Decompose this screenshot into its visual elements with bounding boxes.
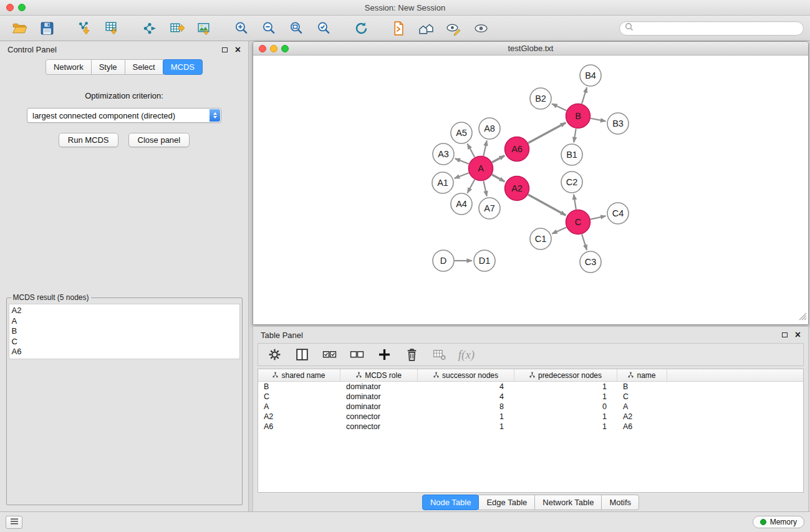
- table-cell[interactable]: 8: [418, 402, 514, 412]
- table-row[interactable]: A2connector11A2: [258, 412, 803, 422]
- graph-node-A3[interactable]: A3: [433, 143, 454, 165]
- graph-edge-A-A8[interactable]: [483, 141, 486, 156]
- document-network-icon[interactable]: [389, 19, 408, 37]
- graph-edge-B-B4[interactable]: [582, 87, 587, 104]
- table-cell[interactable]: 4: [418, 382, 514, 392]
- graph-node-A8[interactable]: A8: [479, 118, 500, 139]
- graph-node-C3[interactable]: C3: [580, 251, 601, 273]
- table-cell[interactable]: C: [258, 392, 340, 402]
- graph-edge-B-B2[interactable]: [552, 104, 566, 110]
- export-table-icon[interactable]: [167, 19, 186, 37]
- close-panel-button[interactable]: Close panel: [128, 133, 190, 147]
- mcds-result-item[interactable]: B: [12, 326, 237, 337]
- float-panel-icon[interactable]: [222, 47, 228, 52]
- mcds-result-list[interactable]: A2ABCA6: [9, 304, 240, 359]
- graph-node-B1[interactable]: B1: [561, 144, 582, 165]
- floppy-disk-icon[interactable]: [37, 19, 56, 37]
- table-cell[interactable]: A: [617, 402, 667, 412]
- import-table-icon[interactable]: [102, 19, 121, 37]
- mcds-result-item[interactable]: C: [12, 337, 237, 347]
- tab-motifs[interactable]: Motifs: [601, 495, 639, 510]
- network-canvas[interactable]: B4B2BB3A5A8A6B1A3AC2A1A2A4A7C4CC1C3DD1: [253, 56, 808, 324]
- table-cell[interactable]: connector: [340, 412, 418, 422]
- search-input[interactable]: [637, 24, 798, 32]
- mcds-result-item[interactable]: A6: [12, 347, 237, 357]
- columns-icon[interactable]: [293, 346, 311, 364]
- column-header-name[interactable]: name: [617, 369, 667, 382]
- graph-edge-A-A3[interactable]: [455, 158, 469, 164]
- graph-node-D[interactable]: D: [433, 250, 454, 271]
- export-image-icon[interactable]: [195, 19, 213, 37]
- table-cell[interactable]: 1: [514, 382, 617, 392]
- table-row[interactable]: Cdominator41C: [258, 392, 803, 402]
- refresh-icon[interactable]: [352, 19, 370, 37]
- graph-edge-B-B1[interactable]: [574, 128, 576, 142]
- graph-node-C4[interactable]: C4: [607, 203, 629, 224]
- table-cell[interactable]: A2: [258, 412, 340, 422]
- table-cell[interactable]: A2: [617, 412, 667, 422]
- graph-node-A7[interactable]: A7: [479, 198, 500, 219]
- zoom-in-icon[interactable]: [232, 19, 251, 37]
- table-cell[interactable]: 1: [514, 422, 617, 432]
- table-cell[interactable]: 1: [418, 412, 514, 422]
- graph-edge-C-C2[interactable]: [574, 195, 576, 210]
- tab-network-table[interactable]: Network Table: [534, 495, 602, 510]
- graph-node-A1[interactable]: A1: [432, 172, 453, 193]
- graph-node-D1[interactable]: D1: [474, 250, 495, 271]
- graph-node-B4[interactable]: B4: [580, 65, 601, 86]
- column-header-successor-nodes[interactable]: successor nodes: [418, 369, 514, 382]
- export-network-icon[interactable]: [140, 19, 158, 37]
- graph-edge-A-A4[interactable]: [468, 180, 475, 193]
- graph-edge-B-B3[interactable]: [591, 118, 605, 122]
- network-close-button[interactable]: [259, 45, 266, 52]
- graph-node-A2[interactable]: A2: [505, 177, 529, 201]
- table-cell[interactable]: 1: [514, 392, 617, 402]
- column-header-predecessor-nodes[interactable]: predecessor nodes: [514, 369, 617, 382]
- graph-node-B2[interactable]: B2: [530, 88, 551, 109]
- graph-node-A[interactable]: A: [469, 157, 493, 181]
- add-row-icon[interactable]: [375, 346, 393, 364]
- graph-edge-A-A6[interactable]: [492, 156, 504, 163]
- tab-network[interactable]: Network: [46, 59, 92, 75]
- table-cell[interactable]: 1: [514, 412, 617, 422]
- resize-grip-icon[interactable]: [799, 312, 807, 323]
- table-cell[interactable]: A6: [617, 422, 667, 432]
- table-row[interactable]: Bdominator41B: [258, 382, 803, 392]
- graph-edge-A-A7[interactable]: [483, 181, 486, 196]
- float-table-panel-icon[interactable]: [782, 332, 788, 337]
- zoom-window-button[interactable]: [18, 4, 26, 11]
- graph-node-C[interactable]: C: [566, 210, 591, 235]
- run-mcds-button[interactable]: Run MCDS: [59, 133, 118, 147]
- graph-edge-A-A2[interactable]: [492, 175, 504, 181]
- deselect-all-icon[interactable]: [348, 346, 365, 364]
- table-cell[interactable]: dominator: [340, 402, 418, 412]
- column-header-MCDS-role[interactable]: MCDS role: [340, 369, 418, 382]
- table-cell[interactable]: B: [258, 382, 340, 392]
- close-table-panel-icon[interactable]: ×: [795, 332, 801, 338]
- graph-edge-A-A5[interactable]: [468, 144, 475, 157]
- table-row[interactable]: A6connector11A6: [258, 422, 803, 432]
- graph-node-B3[interactable]: B3: [607, 113, 629, 134]
- folder-open-icon[interactable]: [10, 19, 29, 37]
- network-zoom-button[interactable]: [281, 45, 289, 52]
- graph-edge-A6-B[interactable]: [528, 123, 566, 143]
- close-panel-icon[interactable]: ×: [235, 47, 241, 53]
- network-graph[interactable]: B4B2BB3A5A8A6B1A3AC2A1A2A4A7C4CC1C3DD1: [253, 56, 808, 325]
- graph-node-A4[interactable]: A4: [451, 193, 472, 215]
- graph-node-A6[interactable]: A6: [505, 137, 529, 162]
- table-cell[interactable]: B: [617, 382, 667, 392]
- zoom-out-icon[interactable]: [259, 19, 278, 37]
- trash-icon[interactable]: [403, 346, 420, 364]
- table-cell[interactable]: connector: [340, 422, 418, 432]
- delete-table-icon[interactable]: [430, 346, 448, 364]
- zoom-fit-icon[interactable]: [287, 19, 306, 37]
- table-cell[interactable]: 4: [418, 392, 514, 402]
- criterion-dropdown[interactable]: largest connected component (directed): [27, 108, 221, 123]
- table-cell[interactable]: dominator: [340, 392, 418, 402]
- tab-mcds[interactable]: MCDS: [163, 59, 203, 75]
- column-header-shared-name[interactable]: shared name: [258, 369, 340, 382]
- graph-node-C2[interactable]: C2: [561, 172, 582, 193]
- search-box[interactable]: [619, 21, 804, 36]
- graph-edge-A2-C[interactable]: [528, 195, 566, 215]
- mcds-result-item[interactable]: A: [12, 316, 237, 327]
